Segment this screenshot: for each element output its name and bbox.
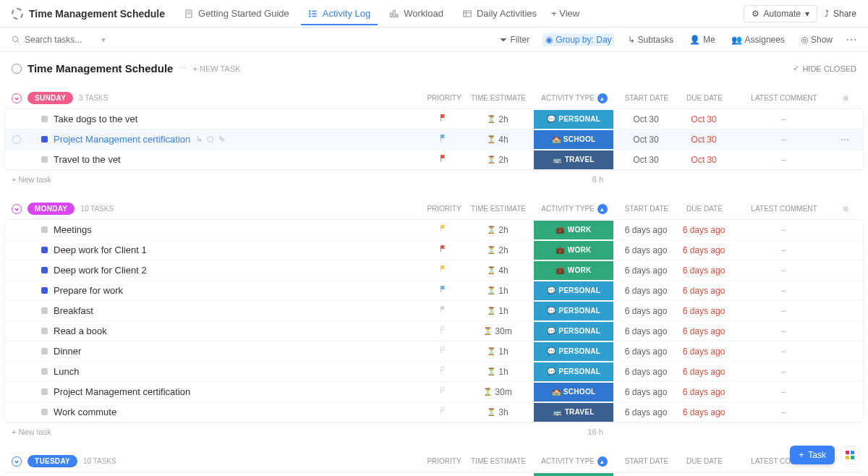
priority-cell[interactable] <box>422 224 465 235</box>
comment-cell[interactable]: – <box>733 347 834 357</box>
due-cell[interactable]: 6 days ago <box>675 367 733 377</box>
time-cell[interactable]: ⏳1h <box>465 306 530 316</box>
col-type[interactable]: ACTIVITY TYPE▴ <box>531 93 618 103</box>
time-cell[interactable]: ⏳1h <box>465 347 530 357</box>
subtasks-button[interactable]: ↳Subtasks <box>625 33 676 46</box>
comment-cell[interactable]: – <box>733 265 834 276</box>
priority-cell[interactable] <box>422 305 465 316</box>
type-cell[interactable]: 💬PERSONAL <box>530 322 617 341</box>
due-cell[interactable]: 6 days ago <box>675 225 733 235</box>
start-cell[interactable]: 6 days ago <box>617 245 675 255</box>
due-cell[interactable]: Oct 30 <box>675 135 733 145</box>
type-cell[interactable]: 💼WORK <box>530 241 617 260</box>
more-menu-button[interactable]: ⋯ <box>846 33 856 46</box>
due-cell[interactable]: Oct 30 <box>675 155 733 165</box>
day-pill[interactable]: SUNDAY <box>27 92 73 104</box>
automate-button[interactable]: ⚙ Automate ▾ <box>744 5 817 22</box>
task-name[interactable]: Breakfast <box>54 305 93 316</box>
task-row[interactable]: ⋮⋮ Deep work for Client 2 ⏳4h 💼WORK 6 da… <box>5 260 863 281</box>
view-tab-activity-log[interactable]: Activity Log <box>301 2 378 25</box>
due-cell[interactable]: 6 days ago <box>675 306 733 316</box>
time-cell[interactable]: ⏳2h <box>465 114 530 124</box>
new-task-fab[interactable]: + Task <box>790 446 835 464</box>
apps-button[interactable] <box>841 446 859 464</box>
due-cell[interactable]: 6 days ago <box>675 347 733 357</box>
task-name[interactable]: Lunch <box>54 366 79 377</box>
view-tab-daily-activities[interactable]: Daily Activities <box>455 2 544 25</box>
due-cell[interactable]: 6 days ago <box>675 326 733 336</box>
comment-cell[interactable]: – <box>733 326 834 336</box>
comment-cell[interactable]: – <box>733 135 834 145</box>
status-square[interactable] <box>41 267 48 273</box>
start-cell[interactable]: Oct 30 <box>617 135 675 145</box>
col-comment[interactable]: LATEST COMMENT <box>733 94 835 102</box>
select-checkbox[interactable] <box>12 135 21 144</box>
type-cell[interactable]: 💼WORK <box>530 221 617 239</box>
status-square[interactable] <box>41 287 48 294</box>
start-cell[interactable]: 6 days ago <box>617 387 675 397</box>
priority-cell[interactable] <box>422 245 465 255</box>
status-square[interactable] <box>41 348 48 354</box>
priority-cell[interactable] <box>422 154 465 165</box>
filter-button[interactable]: ⏷Filter <box>496 33 533 46</box>
time-cell[interactable]: ⏳1h <box>465 367 530 377</box>
start-cell[interactable]: Oct 30 <box>617 155 675 165</box>
drag-handle-icon[interactable]: ⋮⋮ <box>27 135 35 143</box>
col-time[interactable]: TIME ESTIMATE <box>466 94 531 102</box>
app-title-group[interactable]: Time Management Schedule <box>12 8 165 20</box>
task-name[interactable]: Take dogs to the vet <box>54 114 137 124</box>
col-priority[interactable]: PRIORITY <box>422 94 466 102</box>
search-box[interactable]: ▾ <box>12 35 120 45</box>
priority-cell[interactable] <box>422 326 465 336</box>
tag-icon[interactable]: ⬠ <box>207 135 214 144</box>
time-cell[interactable]: ⏳2h <box>465 245 530 255</box>
col-due[interactable]: DUE DATE <box>676 94 733 102</box>
task-row[interactable]: ⋮⋮ Meetings ⏳2h 💼WORK 6 days ago 6 days … <box>5 220 863 240</box>
status-square[interactable] <box>41 226 48 233</box>
time-cell[interactable]: ⏳3h <box>465 407 530 417</box>
task-row[interactable]: ⋮⋮ Take dogs to the vet ⏳2h 💬PERSONAL Oc… <box>5 109 863 129</box>
priority-cell[interactable] <box>422 285 465 296</box>
col-start[interactable]: START DATE <box>618 457 676 465</box>
task-row[interactable]: ⋮⋮ Project Management certification ↳⬠✎ … <box>5 129 863 150</box>
task-row[interactable]: ⋮⋮ Lunch ⏳1h 💬PERSONAL 6 days ago 6 days… <box>5 362 863 382</box>
day-pill[interactable]: TUESDAY <box>27 455 77 467</box>
type-cell[interactable]: 💼WORK <box>530 261 617 280</box>
type-cell[interactable]: 🏫SCHOOL <box>530 130 617 149</box>
status-square[interactable] <box>41 136 48 143</box>
task-name[interactable]: Meetings <box>54 224 92 235</box>
collapse-toggle[interactable] <box>12 93 22 103</box>
col-type[interactable]: ACTIVITY TYPE▴ <box>531 456 618 467</box>
start-cell[interactable]: 6 days ago <box>617 367 675 377</box>
comment-cell[interactable]: – <box>733 286 834 296</box>
subtask-icon[interactable]: ↳ <box>196 135 203 144</box>
task-name[interactable]: Prepare for work <box>54 285 123 296</box>
type-cell[interactable]: 🚌TRAVEL <box>530 403 617 422</box>
due-cell[interactable]: 6 days ago <box>675 265 733 276</box>
comment-cell[interactable]: – <box>733 245 834 255</box>
comment-cell[interactable]: – <box>733 225 834 235</box>
comment-cell[interactable]: – <box>733 155 834 165</box>
task-name[interactable]: Project Management certification <box>54 134 190 145</box>
priority-cell[interactable] <box>422 114 465 124</box>
priority-cell[interactable] <box>422 346 465 357</box>
type-cell[interactable]: 💬PERSONAL <box>530 281 617 300</box>
col-due[interactable]: DUE DATE <box>676 457 733 465</box>
start-cell[interactable]: 6 days ago <box>617 347 675 357</box>
priority-cell[interactable] <box>422 366 465 377</box>
start-cell[interactable]: 6 days ago <box>617 326 675 336</box>
task-name[interactable]: Project Management certification <box>54 386 190 397</box>
new-task-row[interactable]: + New task <box>12 428 51 436</box>
task-row[interactable]: ⋮⋮ Deep work for Client 1 ⏳2h 💼WORK 6 da… <box>5 240 863 260</box>
status-square[interactable] <box>41 328 48 334</box>
time-cell[interactable]: ⏳30m <box>465 387 530 397</box>
task-row[interactable]: ⋮⋮ Travel to the vet ⏳2h 🚌TRAVEL Oct 30 … <box>5 150 863 170</box>
new-task-row[interactable]: + New task <box>12 175 51 184</box>
time-cell[interactable]: ⏳2h <box>465 225 530 235</box>
col-start[interactable]: START DATE <box>618 205 676 213</box>
type-cell[interactable]: 💬PERSONAL <box>530 302 617 320</box>
group-by-button[interactable]: ◉Group by: Day <box>542 33 614 46</box>
hide-closed-button[interactable]: ✓ HIDE CLOSED <box>793 64 856 73</box>
comment-cell[interactable]: – <box>733 367 834 377</box>
status-square[interactable] <box>41 388 48 395</box>
